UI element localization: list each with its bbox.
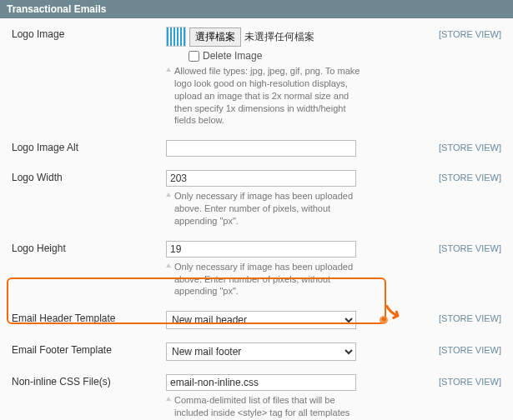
logo-preview-thumb[interactable] [166, 27, 186, 47]
scope-logo-height: [STORE VIEW] [439, 243, 501, 253]
panel-title: Transactional Emails [7, 3, 106, 15]
panel-header: Transactional Emails [0, 0, 513, 18]
scope-logo-alt: [STORE VIEW] [439, 142, 501, 152]
scope-footer-template: [STORE VIEW] [439, 345, 501, 355]
scope-logo-image: [STORE VIEW] [439, 29, 501, 39]
row-logo-width: Logo Width Only necessary if image has b… [12, 170, 501, 228]
select-footer-template[interactable]: New mail footer [166, 342, 356, 361]
label-logo-image: Logo Image [12, 28, 64, 40]
delete-image-row[interactable]: Delete Image [189, 50, 362, 62]
label-logo-width: Logo Width [12, 172, 63, 183]
choose-file-button[interactable]: 選擇檔案 [189, 28, 241, 47]
select-header-template[interactable]: New mail header [166, 311, 356, 329]
scope-logo-width: [STORE VIEW] [439, 172, 501, 182]
delete-image-label: Delete Image [203, 50, 262, 62]
file-status-text: 未選擇任何檔案 [244, 30, 314, 44]
hint-css-files: Comma-delimited list of files that will … [166, 394, 362, 420]
hint-logo-image: Allowed file types: jpg, jpeg, gif, png.… [166, 65, 362, 127]
input-css-files[interactable] [166, 374, 356, 391]
row-logo-alt: Logo Image Alt [STORE VIEW] [12, 140, 501, 157]
transactional-emails-panel: Transactional Emails Logo Image 選擇檔案 未選擇… [0, 0, 513, 420]
hint-logo-height: Only necessary if image has been uploade… [166, 261, 362, 298]
label-logo-alt: Logo Image Alt [12, 142, 78, 153]
row-logo-image: Logo Image 選擇檔案 未選擇任何檔案 Delete Image All… [12, 27, 501, 127]
label-header-template: Email Header Template [12, 312, 116, 324]
panel-body: Logo Image 選擇檔案 未選擇任何檔案 Delete Image All… [0, 18, 513, 420]
row-header-template: Email Header Template New mail header [S… [12, 311, 501, 329]
row-footer-template: Email Footer Template New mail footer [S… [12, 342, 501, 361]
input-logo-height[interactable] [166, 241, 356, 258]
scope-css-files: [STORE VIEW] [439, 377, 501, 387]
hint-logo-width: Only necessary if image has been uploade… [166, 190, 362, 228]
row-logo-height: Logo Height Only necessary if image has … [12, 241, 501, 298]
input-logo-alt[interactable] [166, 140, 356, 157]
file-upload-row: 選擇檔案 未選擇任何檔案 [166, 27, 362, 47]
row-css-files: Non-inline CSS File(s) Comma-delimited l… [12, 374, 501, 420]
scope-header-template: [STORE VIEW] [439, 313, 501, 323]
label-footer-template: Email Footer Template [12, 344, 112, 356]
input-logo-width[interactable] [166, 170, 356, 187]
delete-image-checkbox[interactable] [189, 51, 199, 62]
label-logo-height: Logo Height [12, 242, 66, 254]
label-css-files: Non-inline CSS File(s) [12, 376, 111, 388]
